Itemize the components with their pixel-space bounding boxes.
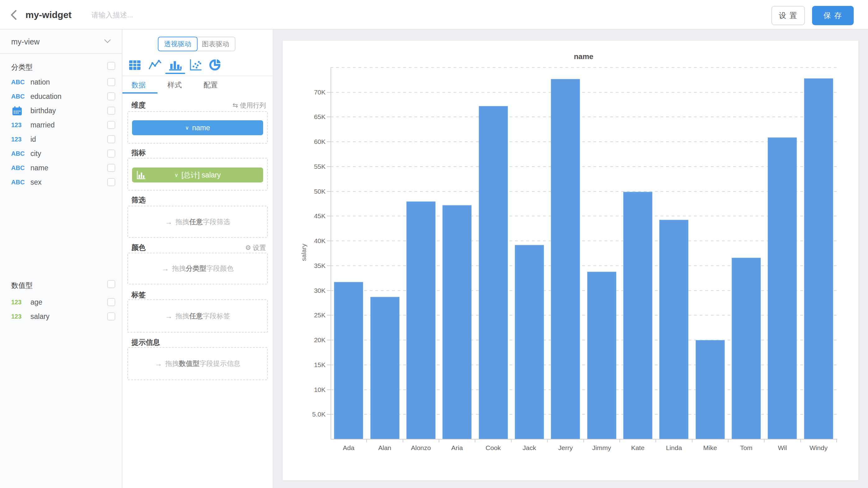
tooltip-section-label: 提示信息 bbox=[131, 338, 160, 347]
bar[interactable] bbox=[804, 78, 833, 439]
view-select[interactable]: my-view bbox=[0, 30, 122, 54]
bar[interactable] bbox=[587, 272, 616, 439]
y-axis-tick bbox=[327, 142, 331, 142]
color-dropzone[interactable]: → 拖拽分类型字段颜色 bbox=[127, 253, 268, 284]
table-chart-icon[interactable] bbox=[128, 58, 142, 72]
pie-chart-icon[interactable] bbox=[209, 58, 222, 72]
x-axis-tick-label: Tom bbox=[728, 444, 764, 452]
field-row-age[interactable]: 123 age bbox=[0, 295, 122, 309]
x-axis-tick-label: Alonzo bbox=[403, 444, 439, 452]
field-checkbox[interactable] bbox=[107, 135, 115, 143]
y-axis-tick-label: 55K bbox=[285, 163, 326, 170]
description-input[interactable] bbox=[91, 7, 221, 22]
field-row-sex[interactable]: ABC sex bbox=[0, 175, 122, 189]
x-axis-tick bbox=[800, 439, 801, 442]
color-section-label: 颜色 bbox=[131, 243, 146, 252]
field-checkbox[interactable] bbox=[107, 164, 115, 172]
pill-caret-icon[interactable]: ∨ bbox=[185, 125, 189, 131]
x-axis-line bbox=[331, 439, 837, 439]
label-drop-hint: → 拖拽任意字段标签 bbox=[128, 300, 267, 332]
y-axis-tick bbox=[327, 414, 331, 415]
y-axis-tick-label: 35K bbox=[285, 262, 326, 270]
field-checkbox[interactable] bbox=[107, 150, 115, 158]
metric-dropzone[interactable]: ∨ [总计] salary bbox=[127, 158, 268, 190]
field-row-nation[interactable]: ABC nation bbox=[0, 75, 122, 89]
metric-pill-salary[interactable]: ∨ [总计] salary bbox=[132, 167, 263, 182]
filter-dropzone[interactable]: → 拖拽任意字段筛选 bbox=[127, 206, 268, 238]
field-checkbox[interactable] bbox=[107, 92, 115, 100]
use-rowcol-link[interactable]: ⇆ 使用行列 bbox=[233, 101, 266, 110]
y-axis-tick bbox=[327, 390, 331, 390]
save-button[interactable]: 保 存 bbox=[812, 6, 854, 25]
gridline bbox=[331, 142, 837, 142]
field-row-id[interactable]: 123 id bbox=[0, 132, 122, 146]
y-axis-tick bbox=[327, 365, 331, 365]
settings-button[interactable]: 设 置 bbox=[771, 6, 805, 25]
field-row-education[interactable]: ABC education bbox=[0, 89, 122, 103]
scatter-chart-icon[interactable] bbox=[189, 58, 202, 72]
y-axis-tick-label: 5.0K bbox=[285, 410, 326, 418]
y-axis-tick-label: 30K bbox=[285, 287, 326, 294]
y-axis-tick-label: 20K bbox=[285, 336, 326, 344]
x-axis-tick bbox=[547, 439, 548, 442]
bar[interactable] bbox=[623, 192, 652, 439]
tooltip-dropzone[interactable]: → 拖拽数值型字段提示信息 bbox=[127, 347, 268, 380]
bar[interactable] bbox=[659, 220, 688, 439]
view-select-value: my-view bbox=[11, 30, 40, 54]
bar[interactable] bbox=[442, 205, 472, 439]
number-type-icon: 123 bbox=[11, 132, 27, 146]
arrow-right-icon: → bbox=[165, 218, 173, 226]
bar[interactable] bbox=[334, 282, 363, 439]
categorical-select-all-checkbox[interactable] bbox=[107, 62, 115, 70]
dimension-pill-name[interactable]: ∨ name bbox=[132, 120, 263, 135]
field-row-salary[interactable]: 123 salary bbox=[0, 309, 122, 324]
pill-caret-icon[interactable]: ∨ bbox=[175, 172, 178, 178]
pivot-drive-button[interactable]: 透视驱动 bbox=[158, 37, 197, 51]
color-drop-hint: → 拖拽分类型字段颜色 bbox=[128, 253, 267, 284]
tab-data[interactable]: 数据 bbox=[131, 76, 146, 94]
x-axis-tick bbox=[692, 439, 692, 442]
x-axis-tick-label: Aria bbox=[439, 444, 475, 452]
y-axis-tick bbox=[327, 340, 331, 340]
field-checkbox[interactable] bbox=[107, 121, 115, 129]
y-axis-tick-label: 50K bbox=[285, 188, 326, 195]
field-checkbox[interactable] bbox=[107, 78, 115, 86]
y-axis-tick bbox=[327, 117, 331, 117]
number-type-icon: 123 bbox=[11, 118, 27, 132]
field-checkbox[interactable] bbox=[107, 298, 115, 306]
bar[interactable] bbox=[515, 245, 544, 439]
field-row-city[interactable]: ABC city bbox=[0, 146, 122, 161]
bar[interactable] bbox=[406, 202, 436, 439]
bar[interactable] bbox=[551, 79, 580, 439]
field-checkbox[interactable] bbox=[107, 106, 115, 115]
numeric-select-all-checkbox[interactable] bbox=[107, 280, 115, 288]
tab-style[interactable]: 样式 bbox=[167, 76, 182, 94]
bar[interactable] bbox=[732, 258, 761, 439]
number-type-icon: 123 bbox=[11, 295, 27, 309]
bar[interactable] bbox=[695, 340, 725, 439]
field-row-married[interactable]: 123 married bbox=[0, 118, 122, 132]
bar-chart-icon[interactable] bbox=[168, 58, 182, 72]
gridline bbox=[331, 117, 837, 117]
color-settings-link[interactable]: ⚙ 设置 bbox=[245, 243, 266, 252]
bar[interactable] bbox=[768, 138, 797, 439]
field-checkbox[interactable] bbox=[107, 178, 115, 186]
chart-drive-button[interactable]: 图表驱动 bbox=[196, 37, 236, 51]
line-chart-icon[interactable] bbox=[148, 58, 162, 72]
back-icon[interactable] bbox=[8, 9, 21, 21]
page-title: my-widget bbox=[26, 0, 71, 30]
y-axis-tick bbox=[327, 266, 331, 266]
chart-type-toolbar bbox=[122, 57, 273, 74]
field-checkbox[interactable] bbox=[107, 312, 115, 321]
tab-config[interactable]: 配置 bbox=[204, 76, 218, 94]
x-axis-tick-label: Cook bbox=[475, 444, 511, 452]
gridline bbox=[331, 166, 837, 167]
label-dropzone[interactable]: → 拖拽任意字段标签 bbox=[127, 299, 268, 333]
bar[interactable] bbox=[479, 106, 508, 439]
filter-drop-hint: → 拖拽任意字段筛选 bbox=[128, 206, 267, 237]
y-axis-tick-label: 60K bbox=[285, 138, 326, 146]
field-row-name[interactable]: ABC name bbox=[0, 161, 122, 175]
bar[interactable] bbox=[370, 297, 400, 439]
dimension-dropzone[interactable]: ∨ name bbox=[127, 111, 268, 144]
field-row-birthday[interactable]: birthday bbox=[0, 103, 122, 118]
